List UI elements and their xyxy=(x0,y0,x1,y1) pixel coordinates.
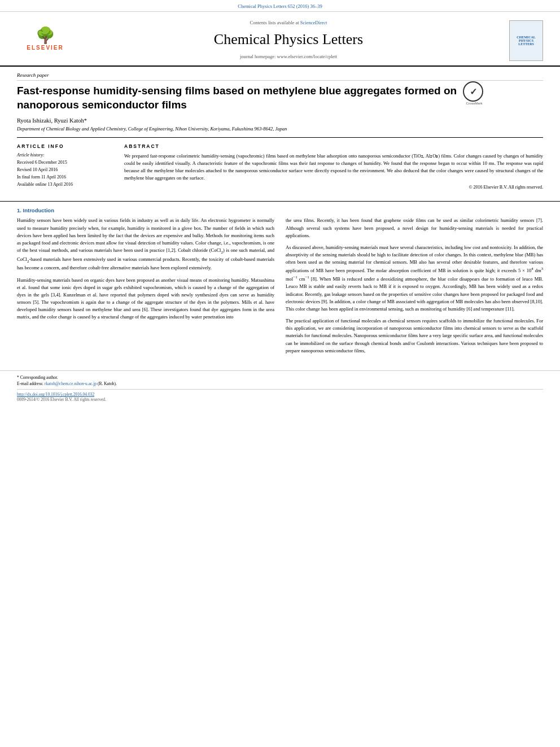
copyright-line: © 2016 Elsevier B.V. All rights reserved… xyxy=(124,185,543,190)
elsevier-text: ELSEVIER xyxy=(27,45,63,51)
body-para-1: Humidity sensors have been widely used i… xyxy=(17,217,274,272)
abstract-section: ABSTRACT We prepared fast-response color… xyxy=(124,143,543,190)
science-direct-link: Contents lists available at ScienceDirec… xyxy=(250,20,327,25)
crossmark-badge: ✓ CrossMark xyxy=(463,81,485,104)
abstract-text: We prepared fast-response colorimetric h… xyxy=(124,152,543,181)
doi-link: http://dx.doi.org/10.1016/j.cplett.2016.… xyxy=(17,392,543,397)
body-two-col: Humidity sensors have been widely used i… xyxy=(17,217,543,359)
article-content: Research paper Fast-response humidity-se… xyxy=(0,67,560,195)
journal-title: Chemical Physics Letters xyxy=(214,31,363,48)
elsevier-logo: 🌳 ELSEVIER xyxy=(20,23,71,56)
article-history-title: Article history: xyxy=(17,152,113,158)
header-right: CHEMICALPHYSICSLETTERS xyxy=(498,18,543,61)
main-body: 1. Introduction Humidity sensors have be… xyxy=(0,201,560,365)
body-para-3: the urea films. Recently, it has been fo… xyxy=(286,217,543,239)
journal-homepage: journal homepage: www.elsevier.com/locat… xyxy=(240,54,337,59)
email-note: E-mail address: rkatoh@chem.ce.nihon-u.a… xyxy=(17,381,543,387)
header-center: Contents lists available at ScienceDirec… xyxy=(79,18,498,61)
journal-reference: Chemical Physics Letters 652 (2016) 36–3… xyxy=(238,3,322,9)
page: Chemical Physics Letters 652 (2016) 36–3… xyxy=(0,0,560,747)
header-section: 🌳 ELSEVIER Contents lists available at S… xyxy=(0,12,560,67)
body-para-5: The practical application of functional … xyxy=(286,317,543,355)
crossmark-label: CrossMark xyxy=(463,102,485,105)
header-left: 🌳 ELSEVIER xyxy=(11,18,79,61)
abstract-title: ABSTRACT xyxy=(124,143,543,149)
issn-line: 0009-2614/© 2016 Elsevier B.V. All right… xyxy=(17,397,543,402)
section-1-title: 1. Introduction xyxy=(17,207,543,213)
body-col-right: the urea films. Recently, it has been fo… xyxy=(286,217,543,359)
body-para-4: As discussed above, humidity-sensing mat… xyxy=(286,244,543,313)
article-info-abstract: ARTICLE INFO Article history: Received 6… xyxy=(17,137,543,190)
article-title: Fast-response humidity-sensing films bas… xyxy=(17,84,457,112)
journal-cover-image: CHEMICALPHYSICSLETTERS xyxy=(509,20,543,61)
article-type: Research paper xyxy=(17,72,543,81)
revised-date: Revised 10 April 2016 xyxy=(17,167,113,174)
available-online-date: Available online 13 April 2016 xyxy=(17,181,113,189)
footer: * Corresponding author. E-mail address: … xyxy=(0,370,560,406)
journal-top-bar: Chemical Physics Letters 652 (2016) 36–3… xyxy=(0,0,560,12)
article-info-title: ARTICLE INFO xyxy=(17,143,113,149)
body-para-2: Humidity-sensing materials based on orga… xyxy=(17,277,274,321)
footer-bar: http://dx.doi.org/10.1016/j.cplett.2016.… xyxy=(17,389,543,402)
affiliation: Department of Chemical Biology and Appli… xyxy=(17,126,543,132)
tree-icon: 🌳 xyxy=(36,28,55,43)
final-form-date: In final form 11 April 2016 xyxy=(17,174,113,181)
article-info: ARTICLE INFO Article history: Received 6… xyxy=(17,143,113,190)
body-col-left: Humidity sensors have been widely used i… xyxy=(17,217,274,359)
crossmark-icon: ✓ xyxy=(463,81,483,102)
email-link[interactable]: rkatoh@chem.ce.nihon-u.ac.jp xyxy=(45,381,97,386)
corresponding-author-note: * Corresponding author. xyxy=(17,374,543,381)
authors: Ryota Ishizaki, Ryuzi Katoh* xyxy=(17,117,543,124)
science-direct-anchor[interactable]: ScienceDirect xyxy=(300,20,327,25)
received-date: Received 6 December 2015 xyxy=(17,159,113,167)
